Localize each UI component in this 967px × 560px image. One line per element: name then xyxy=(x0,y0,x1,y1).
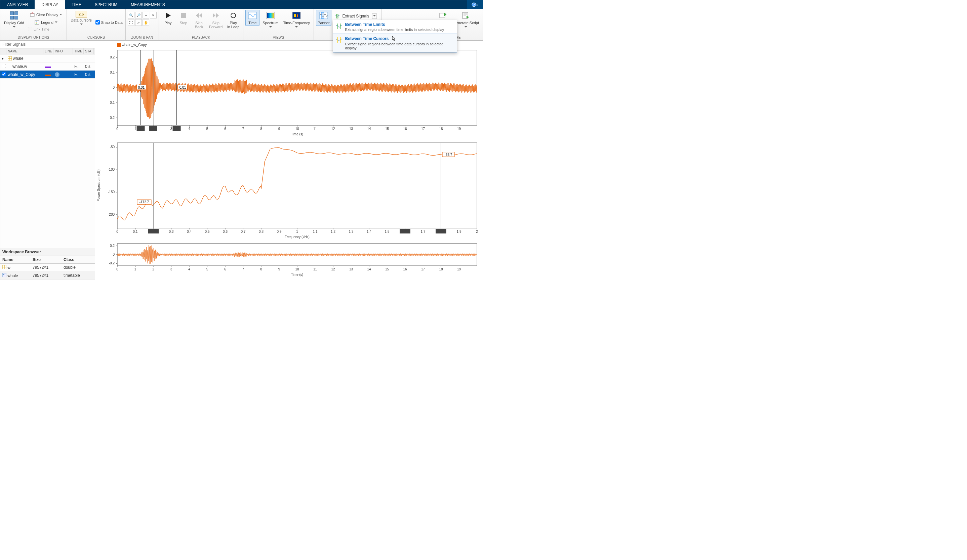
svg-text:0: 0 xyxy=(116,230,118,234)
svg-text:0.2: 0.2 xyxy=(110,244,115,247)
zoom-in-button[interactable]: 🔍 xyxy=(128,12,134,18)
tab-display[interactable]: DISPLAY xyxy=(35,0,65,9)
svg-text:0: 0 xyxy=(116,127,118,131)
col-name[interactable]: NAME xyxy=(7,48,43,54)
col-time[interactable]: TIME xyxy=(73,48,84,54)
display-grid-button[interactable]: Display Grid xyxy=(2,10,26,30)
signal-row-whale-w[interactable]: whale.w F... 0 s xyxy=(0,63,95,71)
clear-display-button[interactable]: Clear Display xyxy=(27,11,64,18)
ws-col-size[interactable]: Size xyxy=(31,256,61,264)
extract-between-time-cursors[interactable]: Between Time Cursors Extract signal regi… xyxy=(333,34,457,52)
col-line[interactable]: LINE xyxy=(43,48,53,54)
tab-spectrum[interactable]: SPECTRUM xyxy=(88,0,124,9)
skip-fwd-icon xyxy=(211,11,221,20)
snap-to-data-input[interactable] xyxy=(96,20,100,25)
col-info[interactable]: INFO xyxy=(53,48,73,54)
svg-text:-200: -200 xyxy=(108,212,115,216)
svg-text:0.6: 0.6 xyxy=(223,230,228,234)
ws-row-whale[interactable]: whale 79572×1 timetable xyxy=(0,272,95,280)
svg-text:1.3: 1.3 xyxy=(139,126,143,130)
extract-signals-split-button[interactable]: Extract Signals xyxy=(333,12,379,20)
spectrum-plot[interactable]: -200-150-100-5000.10.20.30.40.50.60.70.8… xyxy=(95,142,478,242)
svg-text:4: 4 xyxy=(188,267,190,271)
svg-text:19: 19 xyxy=(457,127,461,131)
signal-row-whale-w-copy[interactable]: whale_w_Copy i F... 0 s xyxy=(0,71,95,79)
grid-icon xyxy=(10,11,19,20)
skip-back-button: Skip Back xyxy=(192,10,206,30)
extract-icon xyxy=(335,14,340,18)
svg-text:6: 6 xyxy=(224,267,226,271)
script-icon xyxy=(461,11,470,20)
export-button[interactable] xyxy=(436,10,450,21)
svg-point-33 xyxy=(3,274,4,275)
view-tf-button[interactable]: Time-Frequency xyxy=(281,10,312,30)
svg-rect-10 xyxy=(267,13,274,18)
plot-legend: whale_w_Copy xyxy=(117,43,147,47)
panner-plot[interactable]: -0.200.2012345678910111213141516171819Ti… xyxy=(109,243,478,278)
line-swatch xyxy=(45,66,51,68)
chevron-down-icon xyxy=(295,26,298,29)
zoom-out-button[interactable]: 🔎 xyxy=(135,12,142,18)
svg-rect-20 xyxy=(340,37,341,43)
time-view-icon xyxy=(248,11,257,20)
signal-row-whale[interactable]: ▾ whale xyxy=(0,54,95,63)
time-plot[interactable]: -0.2-0.100.10.20123456789101112131415161… xyxy=(109,49,478,139)
chevron-down-icon xyxy=(373,15,376,18)
view-time-button[interactable]: Time xyxy=(245,10,259,26)
svg-text:?: ? xyxy=(473,3,475,7)
snap-to-data-checkbox[interactable]: Snap to Data xyxy=(95,20,123,25)
tab-analyzer[interactable]: ANALYZER xyxy=(0,0,35,9)
svg-text:1.2: 1.2 xyxy=(331,230,335,234)
panner-button[interactable]: Panner xyxy=(316,10,331,26)
play-button[interactable]: Play xyxy=(161,10,175,26)
display-area[interactable]: whale_w_Copy -0.2-0.100.10.2012345678910… xyxy=(95,41,483,280)
svg-text:0.3: 0.3 xyxy=(169,230,174,234)
ws-col-class[interactable]: Class xyxy=(61,256,95,264)
tab-time[interactable]: TIME xyxy=(65,0,88,9)
help-button[interactable]: ? xyxy=(467,0,483,9)
play-loop-button[interactable]: Play in Loop xyxy=(226,10,241,30)
svg-text:2: 2 xyxy=(476,230,478,234)
svg-text:1: 1 xyxy=(134,267,137,271)
view-spectrum-button[interactable]: Spectrum xyxy=(261,10,280,30)
svg-text:0.20: 0.20 xyxy=(150,229,157,233)
pan-button[interactable]: ✋ xyxy=(142,19,149,26)
link-time-checkbox[interactable]: Link Time xyxy=(27,26,64,31)
svg-text:3.3: 3.3 xyxy=(175,126,179,130)
svg-text:15: 15 xyxy=(385,267,389,271)
extract-signals-label: Extract Signals xyxy=(343,14,370,18)
data-cursors-button[interactable]: 2.5 Data cursors xyxy=(69,10,93,27)
svg-text:Time (s): Time (s) xyxy=(291,132,303,136)
svg-text:0: 0 xyxy=(116,267,118,271)
extract-between-time-limits[interactable]: Between Time Limits Extract signal regio… xyxy=(333,20,457,34)
svg-text:12: 12 xyxy=(331,267,335,271)
pointer-button[interactable]: ↖ xyxy=(150,12,157,18)
svg-text:0.1: 0.1 xyxy=(133,230,138,234)
zoom-xy-button[interactable]: ⤢ xyxy=(135,19,142,26)
ws-col-name[interactable]: Name xyxy=(0,256,31,264)
tab-measurements[interactable]: MEASUREMENTS xyxy=(124,0,172,9)
svg-text:1.4: 1.4 xyxy=(367,230,371,234)
info-icon[interactable]: i xyxy=(55,72,59,77)
svg-text:1.5: 1.5 xyxy=(385,230,389,234)
col-start[interactable]: STA xyxy=(84,48,94,54)
legend-button[interactable]: Legend xyxy=(27,19,64,26)
zoom-x-button[interactable]: ↔ xyxy=(142,12,149,18)
svg-rect-7 xyxy=(181,13,186,18)
toolstrip-tabs: ANALYZER DISPLAY TIME SPECTRUM MEASUREME… xyxy=(0,0,483,9)
ws-row-w[interactable]: w 79572×1 double xyxy=(0,264,95,272)
signals-table: NAME LINE INFO TIME STA ▾ whale whale.w xyxy=(0,48,95,79)
filter-signals-input[interactable] xyxy=(0,41,95,48)
svg-text:0: 0 xyxy=(112,253,115,256)
svg-text:0.01: 0.01 xyxy=(180,86,186,89)
fit-button[interactable]: ⛶ xyxy=(128,19,134,26)
svg-text:19: 19 xyxy=(457,267,461,271)
svg-text:1.1: 1.1 xyxy=(313,230,318,234)
svg-text:-0.1: -0.1 xyxy=(109,101,115,104)
svg-text:0.8: 0.8 xyxy=(259,230,264,234)
svg-rect-19 xyxy=(337,37,338,43)
svg-text:-150: -150 xyxy=(108,190,115,194)
svg-text:1.3: 1.3 xyxy=(349,230,353,234)
workspace-title: Workspace Browser xyxy=(0,248,95,256)
svg-text:1: 1 xyxy=(134,127,137,131)
